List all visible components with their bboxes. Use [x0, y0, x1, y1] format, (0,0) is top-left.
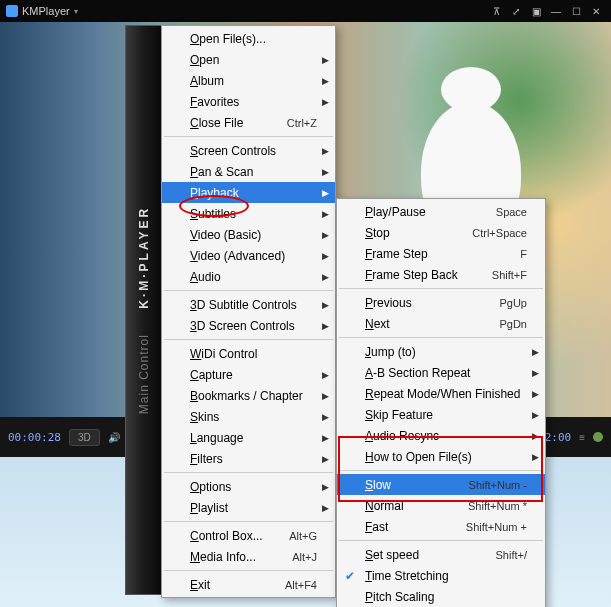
menu-item-widi-control[interactable]: WiDi Control [162, 343, 335, 364]
menu-label: Skip Feature [365, 408, 527, 422]
submenu-item-pitch-scaling[interactable]: Pitch Scaling [337, 586, 545, 607]
menu-label: Audio Resync [365, 429, 527, 443]
submenu-item-frame-step-back[interactable]: Frame Step BackShift+F [337, 264, 545, 285]
menu-label: Frame Step [365, 247, 510, 261]
current-time: 00:00:28 [8, 431, 61, 444]
submenu-item-stop[interactable]: StopCtrl+Space [337, 222, 545, 243]
audio-icon[interactable]: 🔊 [108, 432, 120, 443]
submenu-item-skip-feature[interactable]: Skip Feature▶ [337, 404, 545, 425]
menu-label: Video (Advanced) [190, 249, 317, 263]
submenu-item-slow[interactable]: SlowShift+Num - [337, 474, 545, 495]
submenu-item-repeat-mode-when-finished[interactable]: Repeat Mode/When Finished▶ [337, 383, 545, 404]
menu-label: Playlist [190, 501, 317, 515]
menu-label: Fast [365, 520, 456, 534]
submenu-arrow-icon: ▶ [322, 230, 329, 240]
menu-label: 3D Subtitle Controls [190, 298, 317, 312]
menu-item-media-info[interactable]: Media Info...Alt+J [162, 546, 335, 567]
menu-label: Bookmarks / Chapter [190, 389, 317, 403]
menu-item-playback[interactable]: Playback▶ [162, 182, 335, 203]
menu-shortcut: Space [496, 206, 527, 218]
menu-label: Repeat Mode/When Finished [365, 387, 527, 401]
submenu-arrow-icon: ▶ [322, 370, 329, 380]
submenu-item-audio-resync[interactable]: Audio Resync▶ [337, 425, 545, 446]
menu-label: Language [190, 431, 317, 445]
menu-shortcut: Shift+Num + [466, 521, 527, 533]
menu-item-capture[interactable]: Capture▶ [162, 364, 335, 385]
menu-label: Screen Controls [190, 144, 317, 158]
submenu-item-play-pause[interactable]: Play/PauseSpace [337, 201, 545, 222]
menu-shortcut: Shift+/ [496, 549, 528, 561]
menu-item-playlist[interactable]: Playlist▶ [162, 497, 335, 518]
menu-separator [164, 290, 333, 291]
menu-label: Audio [190, 270, 317, 284]
menu-item-exit[interactable]: ExitAlt+F4 [162, 574, 335, 595]
submenu-item-frame-step[interactable]: Frame StepF [337, 243, 545, 264]
menu-item-video-advanced[interactable]: Video (Advanced)▶ [162, 245, 335, 266]
menu-item-album[interactable]: Album▶ [162, 70, 335, 91]
menu-shortcut: Ctrl+Z [287, 117, 317, 129]
menu-item-pan-scan[interactable]: Pan & Scan▶ [162, 161, 335, 182]
menu-label: WiDi Control [190, 347, 317, 361]
menu-label: Jump (to) [365, 345, 527, 359]
submenu-arrow-icon: ▶ [322, 391, 329, 401]
submenu-item-how-to-open-file-s[interactable]: How to Open File(s)▶ [337, 446, 545, 467]
submenu-item-previous[interactable]: PreviousPgUp [337, 292, 545, 313]
submenu-item-jump-to[interactable]: Jump (to)▶ [337, 341, 545, 362]
submenu-item-next[interactable]: NextPgDn [337, 313, 545, 334]
close-icon[interactable]: ✕ [587, 3, 605, 19]
menu-label: Capture [190, 368, 317, 382]
menu-shortcut: Alt+G [289, 530, 317, 542]
menu-label: Frame Step Back [365, 268, 482, 282]
submenu-arrow-icon: ▶ [322, 188, 329, 198]
menu-item-screen-controls[interactable]: Screen Controls▶ [162, 140, 335, 161]
expand-icon[interactable]: ⤢ [507, 3, 525, 19]
minimize-icon[interactable]: — [547, 3, 565, 19]
menu-separator [339, 470, 543, 471]
3d-button[interactable]: 3D [69, 429, 100, 446]
dropdown-icon[interactable]: ▾ [74, 7, 78, 16]
menu-item-video-basic[interactable]: Video (Basic)▶ [162, 224, 335, 245]
submenu-item-normal[interactable]: NormalShift+Num * [337, 495, 545, 516]
menu-shortcut: Shift+Num - [469, 479, 527, 491]
submenu-item-time-stretching[interactable]: ✔Time Stretching [337, 565, 545, 586]
menu-label: Exit [190, 578, 275, 592]
menu-separator [164, 521, 333, 522]
menu-label: Subtitles [190, 207, 317, 221]
submenu-arrow-icon: ▶ [532, 452, 539, 462]
menu-label: Set speed [365, 548, 486, 562]
submenu-arrow-icon: ▶ [322, 503, 329, 513]
maximize-icon[interactable]: ☐ [567, 3, 585, 19]
menu-item-control-box[interactable]: Control Box...Alt+G [162, 525, 335, 546]
pin-icon[interactable]: ⊼ [487, 3, 505, 19]
menu-label: Open [190, 53, 317, 67]
check-icon: ✔ [345, 569, 355, 583]
menu-item-options[interactable]: Options▶ [162, 476, 335, 497]
submenu-item-a-b-section-repeat[interactable]: A-B Section Repeat▶ [337, 362, 545, 383]
submenu-arrow-icon: ▶ [322, 97, 329, 107]
submenu-item-set-speed[interactable]: Set speedShift+/ [337, 544, 545, 565]
menu-item-favorites[interactable]: Favorites▶ [162, 91, 335, 112]
menu-item-open-file-s[interactable]: Open File(s)... [162, 28, 335, 49]
menu-item-3d-screen-controls[interactable]: 3D Screen Controls▶ [162, 315, 335, 336]
submenu-arrow-icon: ▶ [322, 412, 329, 422]
submenu-arrow-icon: ▶ [532, 389, 539, 399]
menu-shortcut: Shift+F [492, 269, 527, 281]
menu-item-filters[interactable]: Filters▶ [162, 448, 335, 469]
menu-item-close-file[interactable]: Close FileCtrl+Z [162, 112, 335, 133]
submenu-item-fast[interactable]: FastShift+Num + [337, 516, 545, 537]
playlist-icon[interactable]: ≡ [579, 432, 585, 443]
menu-item-bookmarks-chapter[interactable]: Bookmarks / Chapter▶ [162, 385, 335, 406]
menu-shortcut: Alt+F4 [285, 579, 317, 591]
menu-item-3d-subtitle-controls[interactable]: 3D Subtitle Controls▶ [162, 294, 335, 315]
menu-item-skins[interactable]: Skins▶ [162, 406, 335, 427]
menu-item-open[interactable]: Open▶ [162, 49, 335, 70]
fullscreen-icon[interactable]: ▣ [527, 3, 545, 19]
menu-item-subtitles[interactable]: Subtitles▶ [162, 203, 335, 224]
menu-item-language[interactable]: Language▶ [162, 427, 335, 448]
app-icon [6, 5, 18, 17]
submenu-arrow-icon: ▶ [322, 55, 329, 65]
menu-label: Skins [190, 410, 317, 424]
submenu-arrow-icon: ▶ [322, 167, 329, 177]
menu-item-audio[interactable]: Audio▶ [162, 266, 335, 287]
volume-icon[interactable] [593, 432, 603, 442]
